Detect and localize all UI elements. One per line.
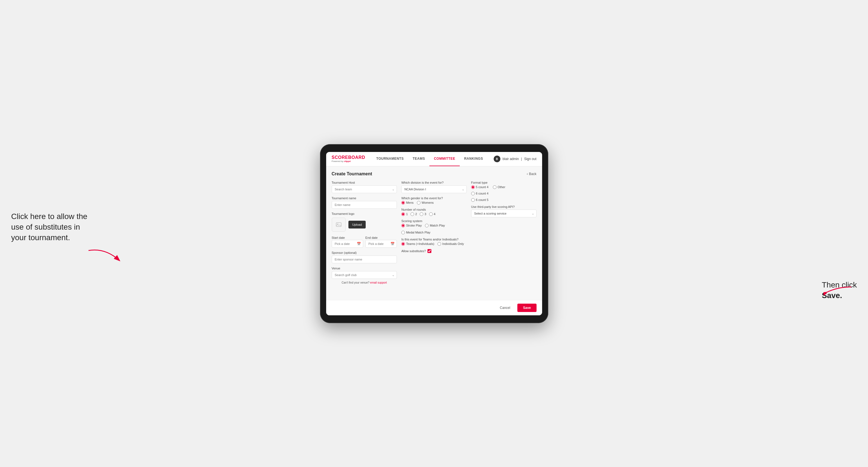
gender-womens[interactable]: Womens bbox=[417, 201, 434, 205]
medal-match-play-radio[interactable] bbox=[401, 231, 405, 234]
scoring-api-select[interactable]: Select a scoring service bbox=[471, 210, 536, 217]
individuals-radio[interactable] bbox=[437, 242, 441, 246]
end-date-group: End date 📅 bbox=[365, 235, 397, 248]
allow-substitutes-checkbox[interactable] bbox=[428, 249, 431, 253]
event-type-label: Is this event for Teams and/or Individua… bbox=[401, 238, 467, 241]
venue-email-link[interactable]: email support bbox=[370, 281, 387, 284]
tournament-logo-label: Tournament logo bbox=[332, 212, 397, 215]
format-radio-row3: 6 count 5 bbox=[471, 198, 536, 202]
rounds-2[interactable]: 2 bbox=[410, 212, 417, 216]
format-6count5[interactable]: 6 count 5 bbox=[471, 198, 488, 202]
scoring-stroke-play[interactable]: Stroke Play bbox=[401, 224, 422, 227]
gender-womens-radio[interactable] bbox=[417, 201, 421, 205]
format-radio-row1: 5 count 4 Other bbox=[471, 185, 536, 189]
venue-select-wrapper bbox=[332, 271, 397, 279]
avatar: B bbox=[494, 156, 500, 162]
format-type-label: Format type bbox=[471, 181, 536, 184]
upload-button[interactable]: Upload bbox=[348, 221, 366, 228]
event-individuals[interactable]: Individuals Only bbox=[437, 242, 464, 246]
tablet-screen: SCOREBOARD Powered by clippd TOURNAMENTS… bbox=[326, 152, 542, 315]
date-row: Start date 📅 End date bbox=[332, 235, 397, 248]
gender-mens[interactable]: Mens bbox=[401, 201, 413, 205]
venue-input[interactable] bbox=[332, 271, 397, 279]
gender-radio-group: Mens Womens bbox=[401, 201, 467, 205]
event-teams[interactable]: Teams (+Individuals) bbox=[401, 242, 434, 246]
format-radio-row2: 6 count 4 bbox=[471, 192, 536, 195]
sign-out[interactable]: Sign out bbox=[524, 157, 536, 161]
tournament-name-input[interactable] bbox=[332, 201, 397, 209]
format-other[interactable]: Other bbox=[493, 185, 505, 189]
scoring-system-radio-group: Stroke Play Match Play Medal Match Play bbox=[401, 224, 467, 234]
tournament-host-input[interactable] bbox=[332, 185, 397, 193]
user-name: blair admin bbox=[503, 157, 519, 161]
start-date-icon: 📅 bbox=[357, 242, 361, 246]
gender-group: Which gender is the event for? Mens Wome… bbox=[401, 196, 467, 205]
rounds-4-radio[interactable] bbox=[429, 212, 433, 216]
scoring-match-play[interactable]: Match Play bbox=[425, 224, 445, 227]
division-select[interactable]: NCAA Division I bbox=[401, 185, 467, 193]
tournament-logo-group: Tournament logo Upload bbox=[332, 212, 397, 231]
rounds-3-radio[interactable] bbox=[420, 212, 423, 216]
page-title: Create Tournament bbox=[332, 172, 372, 177]
end-date-icon: 📅 bbox=[391, 242, 395, 246]
rounds-2-radio[interactable] bbox=[410, 212, 414, 216]
start-date-label: Start date bbox=[332, 236, 345, 239]
navbar: SCOREBOARD Powered by clippd TOURNAMENTS… bbox=[326, 152, 542, 166]
division-select-wrapper: NCAA Division I bbox=[401, 185, 467, 193]
nav-right: B blair admin | Sign out bbox=[494, 156, 536, 162]
venue-label: Venue bbox=[332, 267, 397, 270]
teams-radio[interactable] bbox=[401, 242, 405, 246]
cancel-button[interactable]: Cancel bbox=[495, 304, 515, 312]
format-6count4[interactable]: 6 count 4 bbox=[471, 192, 488, 195]
nav-committee[interactable]: COMMITTEE bbox=[429, 152, 460, 166]
match-play-radio[interactable] bbox=[425, 224, 429, 227]
start-date-group: Start date 📅 bbox=[332, 235, 363, 248]
nav-logo: SCOREBOARD Powered by clippd bbox=[332, 155, 365, 162]
scoring-api-label: Use third-party live scoring API? bbox=[471, 205, 536, 209]
left-annotation: Click here to allow the use of substitut… bbox=[11, 211, 89, 243]
sponsor-input[interactable] bbox=[332, 255, 397, 263]
end-date-wrapper: 📅 bbox=[365, 240, 397, 248]
6count4-radio[interactable] bbox=[471, 192, 475, 195]
svg-point-1 bbox=[337, 223, 338, 224]
nav-tournaments[interactable]: TOURNAMENTS bbox=[372, 152, 408, 166]
rounds-1[interactable]: 1 bbox=[401, 212, 408, 216]
form-col-2: Which division is the event for? NCAA Di… bbox=[401, 181, 467, 284]
tournament-host-group: Tournament Host bbox=[332, 181, 397, 193]
tournament-name-label: Tournament name bbox=[332, 196, 397, 200]
nav-teams[interactable]: TEAMS bbox=[408, 152, 430, 166]
dates-group: Start date 📅 End date bbox=[332, 235, 397, 248]
scoring-medal-match-play[interactable]: Medal Match Play bbox=[401, 231, 430, 234]
tablet-frame: SCOREBOARD Powered by clippd TOURNAMENTS… bbox=[320, 144, 548, 323]
scoring-api-select-wrapper: Select a scoring service bbox=[471, 210, 536, 217]
page-header: Create Tournament ‹ Back bbox=[332, 172, 536, 177]
other-radio[interactable] bbox=[493, 185, 496, 189]
form-col-1: Tournament Host Tournament name Tourname… bbox=[332, 181, 397, 284]
event-type-radio-group: Teams (+Individuals) Individuals Only bbox=[401, 242, 467, 246]
nav-rankings[interactable]: RANKINGS bbox=[460, 152, 488, 166]
scoring-api-group: Use third-party live scoring API? Select… bbox=[471, 205, 536, 217]
back-button[interactable]: ‹ Back bbox=[527, 172, 536, 176]
division-label: Which division is the event for? bbox=[401, 181, 467, 184]
5count4-radio[interactable] bbox=[471, 185, 475, 189]
start-date-wrapper: 📅 bbox=[332, 240, 363, 248]
gender-label: Which gender is the event for? bbox=[401, 196, 467, 200]
tournament-host-label: Tournament Host bbox=[332, 181, 397, 184]
rounds-1-radio[interactable] bbox=[401, 212, 405, 216]
scoring-system-group: Scoring system Stroke Play Match Play bbox=[401, 219, 467, 234]
rounds-label: Number of rounds bbox=[401, 208, 467, 211]
stroke-play-radio[interactable] bbox=[401, 224, 405, 227]
sponsor-label: Sponsor (optional) bbox=[332, 251, 397, 254]
allow-substitutes-label[interactable]: Allow substitutes? bbox=[401, 249, 467, 253]
6count5-radio[interactable] bbox=[471, 198, 475, 202]
format-5count4[interactable]: 5 count 4 bbox=[471, 185, 488, 189]
form-grid: Tournament Host Tournament name Tourname… bbox=[332, 181, 536, 284]
logo-sub: Powered by clippd bbox=[332, 160, 365, 162]
gender-mens-radio[interactable] bbox=[401, 201, 405, 205]
save-button[interactable]: Save bbox=[517, 304, 536, 312]
rounds-3[interactable]: 3 bbox=[420, 212, 426, 216]
nav-items: TOURNAMENTS TEAMS COMMITTEE RANKINGS bbox=[372, 152, 488, 166]
rounds-4[interactable]: 4 bbox=[429, 212, 436, 216]
form-footer: Cancel Save bbox=[326, 300, 542, 315]
content-area: Create Tournament ‹ Back Tournament Host bbox=[326, 166, 542, 300]
